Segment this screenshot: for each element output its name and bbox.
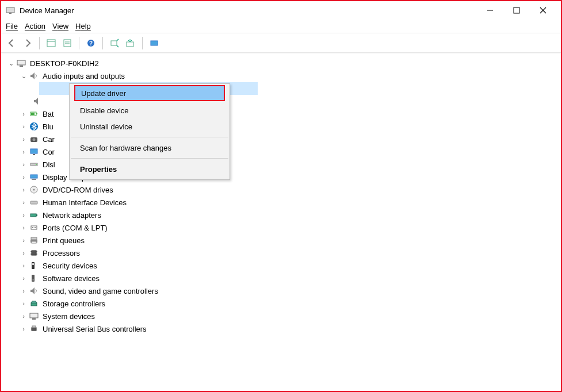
- bluetooth-icon: [29, 121, 39, 132]
- tree-category-label: DVD/CD-ROM drives: [43, 186, 113, 194]
- chevron-right-icon[interactable]: ›: [20, 236, 28, 244]
- chevron-right-icon[interactable]: ›: [20, 299, 28, 308]
- chevron-right-icon[interactable]: ›: [20, 274, 28, 282]
- update-driver-toolbar-button[interactable]: [124, 36, 137, 50]
- ctx-item-label: Uninstall device: [80, 122, 132, 131]
- chevron-right-icon[interactable]: ›: [20, 122, 28, 130]
- toolbar-separator: [39, 37, 40, 49]
- tree-category-network[interactable]: › Network adapters: [3, 209, 559, 221]
- back-button[interactable]: [5, 36, 18, 50]
- tree-category-label: Storage controllers: [43, 299, 105, 308]
- svg-point-28: [36, 164, 37, 165]
- ctx-update-driver[interactable]: Update driver: [74, 85, 225, 101]
- tree-category-usb[interactable]: › Universal Serial Bus controllers: [3, 322, 559, 335]
- close-button[interactable]: [530, 1, 556, 20]
- svg-rect-6: [47, 40, 55, 47]
- svg-rect-15: [151, 41, 158, 45]
- show-hide-tree-button[interactable]: [44, 36, 58, 50]
- menu-help[interactable]: Help: [75, 22, 91, 30]
- menu-action[interactable]: Action: [25, 22, 45, 30]
- tree-category-security[interactable]: › Security devices: [3, 259, 559, 272]
- chevron-right-icon[interactable]: ›: [20, 325, 28, 333]
- svg-rect-47: [32, 262, 35, 269]
- tree-category-label: Blu: [43, 122, 53, 131]
- svg-rect-39: [31, 237, 37, 240]
- svg-rect-25: [30, 149, 37, 153]
- tree-category-label: Audio inputs and outputs: [43, 72, 125, 80]
- tree-category-storage[interactable]: › Storage controllers: [3, 297, 559, 310]
- network-adapter-icon: [29, 210, 39, 220]
- ctx-properties[interactable]: Properties: [70, 161, 230, 177]
- chevron-right-icon[interactable]: ›: [20, 198, 28, 206]
- tree-category-sound[interactable]: › Sound, video and game controllers: [3, 285, 559, 297]
- tree-category-label: Security devices: [43, 262, 97, 270]
- scan-hardware-button[interactable]: [108, 36, 121, 50]
- help-button[interactable]: ?: [84, 36, 98, 50]
- properties-button[interactable]: [60, 36, 74, 50]
- menu-view[interactable]: View: [52, 22, 68, 30]
- tree-category-label: Print queues: [43, 236, 85, 245]
- chevron-right-icon[interactable]: ›: [20, 312, 28, 320]
- svg-rect-0: [6, 7, 14, 13]
- context-menu: Update driver Disable device Uninstall d…: [69, 83, 230, 180]
- monitor-icon: [29, 147, 39, 157]
- chevron-down-icon[interactable]: ⌄: [20, 72, 28, 80]
- chevron-right-icon[interactable]: ›: [20, 173, 28, 181]
- tree-category-label: Network adapters: [43, 211, 101, 220]
- ctx-scan-hardware[interactable]: Scan for hardware changes: [70, 140, 230, 156]
- svg-rect-3: [514, 7, 519, 13]
- chevron-right-icon[interactable]: ›: [20, 186, 28, 194]
- chevron-right-icon[interactable]: ›: [20, 224, 28, 232]
- chevron-right-icon[interactable]: ›: [20, 249, 28, 257]
- svg-rect-48: [32, 263, 34, 265]
- chevron-down-icon[interactable]: ⌄: [7, 59, 15, 67]
- tree-category-ports[interactable]: › Ports (COM & LPT): [3, 221, 559, 234]
- storage-controller-icon: [29, 298, 39, 309]
- security-device-icon: [29, 260, 39, 271]
- svg-rect-35: [36, 214, 37, 216]
- tree-category-label: Sound, video and game controllers: [43, 287, 158, 295]
- chevron-right-icon[interactable]: ›: [20, 211, 28, 219]
- svg-rect-34: [30, 214, 36, 217]
- svg-rect-36: [31, 226, 37, 229]
- tree-category-dvd[interactable]: › DVD/CD-ROM drives: [3, 183, 559, 196]
- svg-rect-54: [32, 328, 36, 330]
- ctx-disable-device[interactable]: Disable device: [70, 102, 230, 118]
- tree-category-system[interactable]: › System devices: [3, 310, 559, 322]
- chevron-right-icon[interactable]: ›: [20, 148, 28, 156]
- tree-root[interactable]: ⌄ DESKTOP-F0KDIH2: [3, 57, 559, 70]
- tree-category-hid[interactable]: › Human Interface Devices: [3, 196, 559, 209]
- dvd-drive-icon: [29, 185, 39, 195]
- tree-category-software[interactable]: › Software devices: [3, 272, 559, 285]
- tree-category-processors[interactable]: › Processors: [3, 247, 559, 259]
- tree-category-audio[interactable]: ⌄ Audio inputs and outputs: [3, 70, 559, 82]
- software-device-icon: [29, 273, 39, 283]
- ctx-separator: [71, 158, 228, 159]
- minimize-button[interactable]: [477, 1, 503, 20]
- ctx-uninstall-device[interactable]: Uninstall device: [70, 118, 230, 134]
- chevron-right-icon[interactable]: ›: [20, 135, 28, 143]
- chevron-right-icon[interactable]: ›: [20, 287, 28, 295]
- menu-file[interactable]: File: [6, 22, 18, 30]
- usb-controller-icon: [29, 324, 39, 334]
- chevron-right-icon[interactable]: ›: [20, 160, 28, 168]
- tree-category-label: Processors: [43, 249, 80, 258]
- chevron-right-icon[interactable]: ›: [20, 262, 28, 270]
- display-adapter-icon: [29, 172, 39, 182]
- svg-rect-1: [9, 13, 12, 14]
- tree-category-label: Human Interface Devices: [43, 198, 127, 207]
- devices-by-type-button[interactable]: [147, 36, 161, 50]
- titlebar: Device Manager: [1, 1, 561, 20]
- tree-category-label: Ports (COM & LPT): [43, 224, 108, 232]
- tree-category-print-queues[interactable]: › Print queues: [3, 234, 559, 247]
- toolbar-separator: [79, 37, 79, 49]
- computer-icon: [16, 58, 26, 68]
- forward-button[interactable]: [21, 36, 35, 50]
- maximize-button[interactable]: [503, 1, 530, 20]
- toolbar-separator: [142, 37, 143, 49]
- chevron-right-icon[interactable]: ›: [20, 110, 28, 118]
- svg-rect-21: [31, 113, 35, 115]
- svg-rect-30: [32, 179, 36, 180]
- svg-point-50: [33, 279, 34, 280]
- toolbar: ?: [1, 33, 561, 53]
